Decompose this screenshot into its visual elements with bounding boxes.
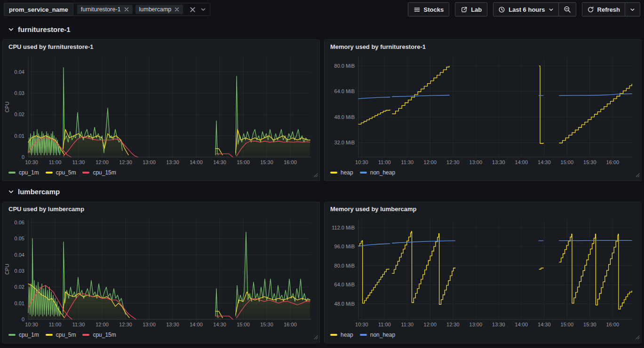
svg-text:14:00: 14:00: [515, 159, 528, 165]
stocks-button-label: Stocks: [424, 6, 444, 13]
svg-text:13:30: 13:30: [166, 159, 179, 165]
legend-item[interactable]: cpu_1m: [8, 169, 39, 176]
legend-swatch: [82, 334, 89, 336]
svg-text:14:00: 14:00: [515, 322, 528, 327]
time-picker-group: Last 6 hours: [493, 2, 576, 16]
svg-text:16:00: 16:00: [284, 159, 297, 165]
svg-text:0.01: 0.01: [15, 133, 24, 139]
panel: Memory used by furniturestore-1 10:3011:…: [324, 40, 642, 181]
toolbar: prom_service_name furniturestore-1 lumbe…: [0, 0, 644, 19]
chip-remove-icon[interactable]: [175, 7, 179, 12]
svg-text:12:00: 12:00: [95, 159, 109, 165]
section-header[interactable]: lumbercamp: [0, 181, 644, 202]
chevron-down-icon: [630, 7, 635, 12]
chart[interactable]: 10:3011:0011:3012:0012:3013:0013:3014:00…: [3, 214, 318, 329]
refresh-interval-button[interactable]: [625, 3, 640, 16]
variable-label: prom_service_name: [4, 3, 73, 16]
panel-row: CPU used by furniturestore-1 10:3011:001…: [2, 40, 642, 181]
legend-item[interactable]: non_heap: [360, 332, 395, 338]
panel-resize-handle[interactable]: [634, 333, 640, 342]
svg-text:96.0 MiB: 96.0 MiB: [334, 244, 355, 249]
svg-text:15:30: 15:30: [260, 322, 273, 327]
svg-text:14:30: 14:30: [538, 322, 551, 327]
legend: cpu_1mcpu_5mcpu_15m: [3, 331, 319, 338]
panel-title[interactable]: Memory used by furniturestore-1: [325, 40, 641, 50]
stocks-button[interactable]: Stocks: [408, 2, 450, 16]
svg-text:11:30: 11:30: [401, 159, 413, 165]
svg-text:80.0 MiB: 80.0 MiB: [334, 63, 355, 69]
svg-text:14:00: 14:00: [190, 322, 203, 327]
legend-item[interactable]: non_heap: [360, 169, 395, 176]
legend-swatch: [8, 334, 16, 336]
panel-resize-handle[interactable]: [312, 333, 318, 342]
chart[interactable]: 10:3011:0011:3012:0012:3013:0013:3014:00…: [3, 51, 318, 166]
legend-label: cpu_1m: [19, 169, 39, 176]
svg-text:16:00: 16:00: [284, 322, 297, 327]
panel: Memory used by lumbercamp 10:3011:0011:3…: [324, 202, 642, 343]
variable-chip-label: lumbercamp: [139, 6, 172, 13]
variable-chip-label: furniturestore-1: [81, 6, 121, 13]
svg-text:12:00: 12:00: [95, 322, 109, 327]
svg-text:64.0 MiB: 64.0 MiB: [334, 282, 355, 287]
legend-item[interactable]: heap: [330, 332, 353, 338]
lab-button-label: Lab: [471, 6, 482, 13]
svg-text:10:30: 10:30: [25, 322, 38, 327]
svg-text:48.0 MiB: 48.0 MiB: [334, 301, 355, 307]
clock-icon: [498, 6, 505, 13]
legend-item[interactable]: heap: [330, 169, 353, 176]
panel-resize-handle[interactable]: [634, 171, 640, 180]
variable-chip[interactable]: furniturestore-1: [77, 5, 133, 14]
legend-item[interactable]: cpu_15m: [82, 169, 116, 176]
svg-text:10:30: 10:30: [355, 322, 368, 327]
svg-text:0.04: 0.04: [15, 69, 24, 75]
section-chevron-icon: [8, 26, 14, 32]
svg-text:11:30: 11:30: [72, 322, 85, 327]
legend-label: heap: [341, 332, 353, 338]
svg-text:0.06: 0.06: [15, 220, 24, 225]
variable-chip[interactable]: lumbercamp: [135, 5, 183, 14]
svg-text:14:30: 14:30: [213, 159, 226, 165]
panel-title[interactable]: CPU used by lumbercamp: [3, 202, 319, 213]
resize-handle-icon: [312, 171, 318, 178]
chip-remove-icon[interactable]: [124, 7, 129, 12]
clear-selection-icon[interactable]: [190, 7, 196, 13]
hamburger-icon: [413, 6, 421, 13]
svg-text:11:30: 11:30: [401, 322, 413, 327]
panel-row: CPU used by lumbercamp 10:3011:0011:3012…: [2, 202, 642, 343]
zoom-out-icon: [564, 6, 571, 13]
svg-text:0.03: 0.03: [15, 90, 24, 96]
legend-item[interactable]: cpu_1m: [8, 332, 39, 338]
panel-resize-handle[interactable]: [312, 171, 318, 180]
chevron-down-icon[interactable]: [200, 7, 206, 12]
section-chevron-icon: [8, 189, 14, 195]
time-range-button[interactable]: Last 6 hours: [493, 3, 558, 16]
panel-title[interactable]: CPU used by furniturestore-1: [3, 40, 319, 50]
refresh-button-label: Refresh: [597, 6, 620, 13]
svg-text:13:00: 13:00: [143, 159, 156, 165]
chart[interactable]: 10:3011:0011:3012:0012:3013:0013:3014:00…: [325, 51, 639, 166]
svg-text:32.0 MiB: 32.0 MiB: [334, 140, 355, 145]
legend-item[interactable]: cpu_15m: [82, 332, 116, 338]
legend-swatch: [360, 334, 367, 336]
chart[interactable]: 10:3011:0011:3012:0012:3013:0013:3014:00…: [325, 214, 639, 329]
svg-text:14:30: 14:30: [213, 322, 226, 327]
panel-title[interactable]: Memory used by lumbercamp: [325, 202, 641, 213]
svg-text:12:00: 12:00: [424, 159, 437, 165]
variable-value[interactable]: furniturestore-1 lumbercamp: [73, 3, 210, 16]
variable-picker: prom_service_name furniturestore-1 lumbe…: [4, 3, 210, 16]
legend-item[interactable]: cpu_5m: [46, 169, 76, 176]
refresh-button[interactable]: Refresh: [582, 3, 625, 16]
zoom-out-button[interactable]: [558, 3, 576, 16]
legend-label: heap: [341, 169, 353, 176]
lab-button[interactable]: Lab: [455, 2, 487, 16]
svg-text:11:00: 11:00: [49, 322, 62, 327]
legend-swatch: [330, 172, 337, 174]
section-header[interactable]: furniturestore-1: [0, 19, 644, 40]
resize-handle-icon: [634, 171, 640, 178]
svg-text:12:30: 12:30: [119, 159, 132, 165]
svg-text:13:00: 13:00: [469, 159, 483, 165]
legend: heapnon_heap: [325, 168, 641, 176]
legend-item[interactable]: cpu_5m: [46, 332, 76, 338]
legend-label: non_heap: [370, 332, 395, 338]
svg-text:80.0 MiB: 80.0 MiB: [334, 263, 355, 269]
